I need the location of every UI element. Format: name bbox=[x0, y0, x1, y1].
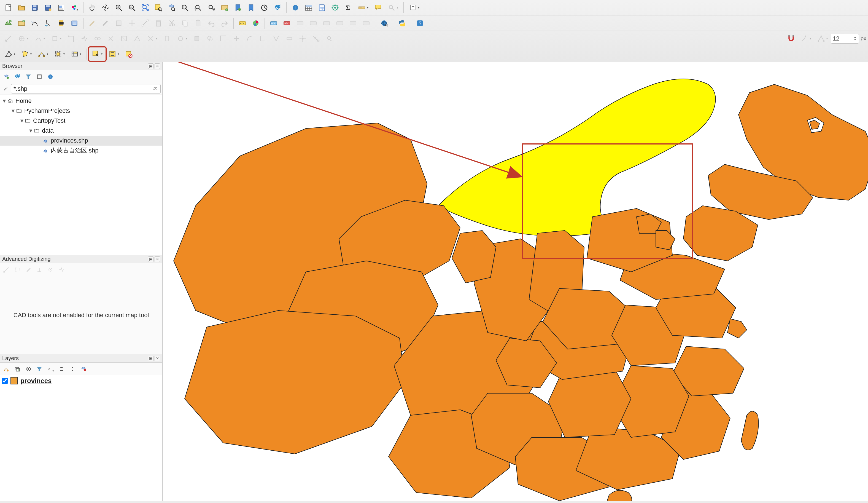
layer-style-icon[interactable] bbox=[2, 364, 11, 374]
cad-tool-2-icon: ▼ bbox=[16, 32, 31, 45]
filter-legend-icon[interactable] bbox=[35, 364, 44, 374]
map-canvas[interactable] bbox=[163, 62, 868, 501]
virtual-layer-icon[interactable] bbox=[68, 17, 81, 29]
spin-down-icon[interactable]: ▼ bbox=[853, 39, 857, 41]
annotation-text-dropdown-icon[interactable]: T▼ bbox=[406, 2, 422, 14]
new-memory-layer-icon[interactable] bbox=[55, 17, 67, 29]
add-raster-layer-icon[interactable]: + bbox=[16, 17, 28, 29]
layers-close-icon[interactable]: ✕ bbox=[155, 356, 160, 361]
processing-toolbox-icon[interactable] bbox=[329, 2, 341, 14]
open-project-icon[interactable] bbox=[16, 2, 28, 14]
label-abc-blue-icon[interactable]: abc bbox=[268, 17, 280, 29]
browser-close-icon[interactable]: ✕ bbox=[155, 63, 160, 69]
pan-icon[interactable] bbox=[86, 2, 99, 14]
label-abc-red-icon[interactable]: abc bbox=[281, 17, 293, 29]
new-project-icon[interactable] bbox=[2, 2, 14, 14]
temporal-icon[interactable] bbox=[258, 2, 270, 14]
pan-selection-icon[interactable] bbox=[100, 2, 112, 14]
collapse-all-icon[interactable] bbox=[68, 364, 77, 374]
save-project-icon[interactable] bbox=[29, 2, 41, 14]
select-features-rectangle-icon[interactable]: ▼ bbox=[90, 48, 105, 60]
selection-geom-dropdown-icon[interactable]: ▼ bbox=[2, 48, 18, 60]
spin-up-icon[interactable]: ▲ bbox=[853, 36, 857, 39]
identify-icon[interactable]: i bbox=[289, 2, 301, 14]
browser-filter-icon[interactable] bbox=[24, 72, 33, 81]
zoom-last-icon[interactable] bbox=[192, 2, 204, 14]
zoom-in-icon[interactable] bbox=[113, 2, 125, 14]
refresh-icon[interactable] bbox=[271, 2, 283, 14]
zoom-full-icon[interactable] bbox=[139, 2, 151, 14]
select-value-dropdown-icon[interactable]: ▼ bbox=[35, 48, 51, 60]
expression-filter-dropdown-icon[interactable]: ε▼ bbox=[46, 364, 55, 374]
snap-tolerance-value[interactable] bbox=[833, 35, 852, 42]
style-manager-icon[interactable]: a bbox=[68, 2, 81, 14]
deselect-all-icon[interactable] bbox=[123, 48, 135, 60]
remove-layer-icon[interactable] bbox=[79, 364, 88, 374]
tree-item[interactable]: provinces.shp bbox=[0, 136, 162, 145]
add-vector-layer-icon[interactable]: + bbox=[2, 17, 14, 29]
select-location-dropdown-icon[interactable]: ▼ bbox=[52, 48, 67, 60]
metasearch-globe-icon[interactable] bbox=[378, 17, 390, 29]
help-icon[interactable]: ? bbox=[414, 17, 426, 29]
zoom-out-icon[interactable] bbox=[126, 2, 138, 14]
browser-tree[interactable]: ▾Home▾PycharmProjects▾CartopyTest▾datapr… bbox=[0, 95, 162, 255]
statistics-sigma-icon[interactable]: Σ bbox=[342, 2, 354, 14]
search-settings-icon[interactable] bbox=[2, 85, 9, 93]
manage-visibility-icon[interactable] bbox=[24, 364, 33, 374]
label-abc-yellow-icon[interactable]: abc bbox=[236, 17, 249, 29]
svg-rect-24 bbox=[155, 4, 161, 9]
zoom-selection-icon[interactable] bbox=[152, 2, 165, 14]
snapping-magnet-icon[interactable] bbox=[785, 32, 797, 45]
svg-point-6 bbox=[49, 8, 52, 11]
tree-expand-icon[interactable]: ▾ bbox=[10, 106, 16, 116]
map-tips-icon[interactable] bbox=[372, 2, 384, 14]
layer-item[interactable]: provinces bbox=[2, 377, 161, 385]
browser-refresh-icon[interactable] bbox=[13, 72, 22, 81]
python-console-icon[interactable] bbox=[396, 17, 408, 29]
tree-item[interactable]: ▾CartopyTest bbox=[0, 116, 162, 126]
add-group-icon[interactable]: + bbox=[13, 364, 22, 374]
tree-expand-icon[interactable]: ▾ bbox=[2, 96, 7, 106]
clear-search-icon[interactable]: ⌫ bbox=[152, 85, 158, 92]
new-bookmark-icon[interactable] bbox=[232, 2, 244, 14]
diagram-icon[interactable] bbox=[250, 17, 262, 29]
show-bookmarks-icon[interactable] bbox=[245, 2, 257, 14]
tree-item[interactable]: ▾data bbox=[0, 126, 162, 136]
tree-expand-icon[interactable]: ▾ bbox=[19, 116, 24, 126]
browser-search-value[interactable] bbox=[13, 85, 152, 92]
measure-dropdown-icon[interactable]: ▼ bbox=[355, 2, 371, 14]
layer-list[interactable]: provinces bbox=[0, 375, 162, 501]
attribute-table-icon[interactable] bbox=[302, 2, 315, 14]
snap-tolerance-input[interactable]: ▲ ▼ bbox=[831, 34, 859, 43]
browser-search-input[interactable]: ⌫ bbox=[11, 84, 161, 93]
layers-undock-icon[interactable]: ▣ bbox=[148, 356, 154, 361]
svg-point-56 bbox=[323, 9, 324, 10]
tree-item[interactable]: 内蒙古自治区.shp bbox=[0, 145, 162, 155]
new-geopackage-icon[interactable] bbox=[42, 17, 54, 29]
tree-item[interactable]: ▾PycharmProjects bbox=[0, 106, 162, 116]
invert-selection-dropdown-icon[interactable]: ▼ bbox=[106, 48, 122, 60]
new-shapefile-icon[interactable]: V bbox=[29, 17, 41, 29]
zoom-layer-icon[interactable] bbox=[166, 2, 178, 14]
new-map-view-icon[interactable]: + bbox=[218, 2, 231, 14]
zoom-next-icon[interactable] bbox=[205, 2, 217, 14]
adv-dig-undock-icon[interactable]: ▣ bbox=[148, 256, 154, 262]
zoom-native-icon[interactable]: 1:1 bbox=[179, 2, 191, 14]
save-as-icon[interactable] bbox=[42, 2, 54, 14]
svg-text:?: ? bbox=[419, 21, 421, 26]
add-layer-icon[interactable] bbox=[2, 72, 11, 81]
field-calculator-icon[interactable] bbox=[316, 2, 328, 14]
browser-undock-icon[interactable]: ▣ bbox=[148, 63, 154, 69]
tree-expand-icon[interactable]: ▾ bbox=[28, 126, 33, 136]
expand-all-icon[interactable] bbox=[57, 364, 66, 374]
browser-properties-icon[interactable]: i bbox=[46, 72, 55, 81]
adv-dig-close-icon[interactable]: ✕ bbox=[155, 256, 160, 262]
tree-item[interactable]: ▾Home bbox=[0, 96, 162, 106]
layout-manager-icon[interactable] bbox=[55, 2, 67, 14]
select-form-dropdown-icon[interactable]: ▼ bbox=[68, 48, 84, 60]
select-features-dropdown-icon[interactable]: ▼ bbox=[19, 48, 34, 60]
layer-visibility-checkbox[interactable] bbox=[2, 378, 8, 384]
browser-collapse-all-icon[interactable] bbox=[35, 72, 44, 81]
svg-point-134 bbox=[207, 36, 211, 40]
svg-text:+: + bbox=[18, 368, 19, 371]
